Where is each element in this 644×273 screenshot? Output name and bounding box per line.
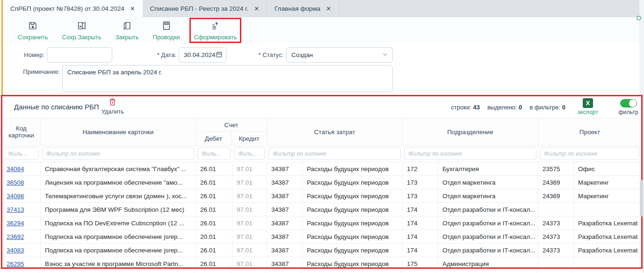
cell-debit: 26.01 xyxy=(196,216,232,230)
cell-card-code[interactable]: 36508 xyxy=(2,176,41,189)
toggle-on-icon[interactable] xyxy=(620,99,637,108)
cell-project-name: Маркетинг xyxy=(574,176,641,189)
cell-cost-name: Расходы будущих периодов xyxy=(303,189,403,202)
cell-credit: 97.01 xyxy=(232,162,267,175)
table-row[interactable]: 37413Программа для ЭВМ WPF Subscription … xyxy=(2,203,641,216)
column-header-code[interactable]: Код карточки xyxy=(2,118,41,145)
cell-project-name xyxy=(574,203,641,216)
table-row[interactable]: 36294Подписка на ПО DevExtreme Cubscript… xyxy=(2,216,641,230)
cell-cost-code: 34387 xyxy=(267,230,303,243)
cell-project-code: 24369 xyxy=(538,176,574,189)
table-row[interactable]: 36508Лицензия на программное обеспечение… xyxy=(2,176,641,189)
date-label: * Дата: xyxy=(147,51,176,58)
panel-title: Данные по списанию РБП xyxy=(14,103,99,111)
card-code-link[interactable]: 36508 xyxy=(7,179,24,186)
tab-label: СпРБП (проект №78428) от 30.04.2024 xyxy=(10,5,124,12)
cell-dept-code: 174 xyxy=(403,244,438,257)
cell-credit: 97.01 xyxy=(232,189,267,202)
calendar-icon[interactable] xyxy=(216,51,223,59)
cell-project-name xyxy=(574,257,641,269)
cell-credit: 97.01 xyxy=(232,257,267,269)
tab-sprbp-document[interactable]: СпРБП (проект №78428) от 30.04.2024 ✕ xyxy=(3,0,143,17)
excel-export-button[interactable]: X экспорт xyxy=(578,98,598,115)
calculator-icon xyxy=(161,21,172,32)
cell-cost-name: Расходы будущих периодов xyxy=(303,244,403,257)
cell-cost-name: Расходы будущих периодов xyxy=(303,257,403,269)
cell-card-code[interactable]: 34086 xyxy=(2,189,41,202)
postings-button[interactable]: Проводки xyxy=(153,21,180,41)
card-code-link[interactable]: 34084 xyxy=(7,165,24,172)
save-close-icon xyxy=(77,21,87,32)
column-header-credit[interactable]: Кредит xyxy=(232,132,267,145)
cell-credit: 97.01 xyxy=(232,230,267,243)
trash-icon xyxy=(108,98,117,108)
save-close-button[interactable]: Сохр.Закрыть xyxy=(62,21,101,41)
cell-project-code xyxy=(538,203,574,216)
filter-input-credit[interactable] xyxy=(234,147,265,160)
toolbar-right-clipped-label[interactable]: О xyxy=(636,14,641,22)
delete-button[interactable]: Удалить xyxy=(101,98,124,115)
filter-input-project[interactable] xyxy=(540,147,639,160)
column-header-cost-item[interactable]: Статья затрат xyxy=(267,118,403,145)
cell-dept-code: 173 xyxy=(403,176,438,189)
cell-credit: 97.01 xyxy=(232,216,267,230)
filter-toggle[interactable]: фильтр xyxy=(618,99,638,115)
filter-input-debit[interactable] xyxy=(197,147,231,160)
number-label: Номер: xyxy=(14,51,44,58)
table-row[interactable]: 34084Справочная бухгалтерская система "Г… xyxy=(2,162,641,176)
cell-dept-code: 174 xyxy=(403,230,438,243)
generate-label: Сформировать xyxy=(194,34,237,41)
cell-card-code[interactable]: 36294 xyxy=(2,216,41,230)
cell-dept-code: 173 xyxy=(403,189,438,202)
toolbar: Сохранить Сохр.Закрыть Закрыть Проводки … xyxy=(3,17,639,43)
cell-card-code[interactable]: 34083 xyxy=(2,244,41,257)
tab-main-form[interactable]: Главная форма ✕ xyxy=(267,0,339,17)
column-header-name[interactable]: Наименование карточки xyxy=(41,118,196,145)
cell-card-name: Подписка на ПО DevExtreme Cubscription (… xyxy=(41,216,196,230)
filter-row xyxy=(2,146,641,162)
card-code-link[interactable]: 34083 xyxy=(7,247,24,254)
close-icon[interactable]: ✕ xyxy=(326,5,331,12)
filter-input-cost[interactable] xyxy=(268,147,401,160)
column-header-department[interactable]: Подразделение xyxy=(403,118,538,145)
status-select[interactable]: Создан xyxy=(286,47,393,63)
note-textarea[interactable]: Списание РБП за апрель 2024 г. xyxy=(62,65,393,92)
close-icon[interactable]: ✕ xyxy=(254,5,259,12)
date-input[interactable]: 30.04.2024 xyxy=(179,47,226,63)
cell-cost-code: 34387 xyxy=(267,216,303,230)
cell-card-code[interactable]: 23692 xyxy=(2,230,41,243)
generate-button[interactable]: Сформировать xyxy=(189,18,242,43)
filter-input-name[interactable] xyxy=(42,147,194,160)
cell-card-code[interactable]: 37413 xyxy=(2,203,41,216)
card-code-link[interactable]: 37413 xyxy=(7,206,24,213)
excel-icon: X xyxy=(583,98,593,108)
table-row[interactable]: 23692Подписка на программное обеспечение… xyxy=(2,230,641,244)
cell-cost-code: 34387 xyxy=(267,189,303,202)
table-row[interactable]: 34083Подписка на программное обеспечение… xyxy=(2,244,641,257)
column-header-project[interactable]: Проект xyxy=(538,118,641,145)
card-code-link[interactable]: 23692 xyxy=(7,233,24,240)
table-row[interactable]: 26295Взнос за участие в программе Micros… xyxy=(2,257,641,269)
save-button[interactable]: Сохранить xyxy=(18,21,48,41)
rbp-writeoff-panel: Данные по списанию РБП Удалить строки: 4… xyxy=(1,95,643,269)
table-row[interactable]: 34086Телемаркетинговые услуги связи (дом… xyxy=(2,189,641,203)
card-code-link[interactable]: 36294 xyxy=(7,220,24,227)
tab-bar: СпРБП (проект №78428) от 30.04.2024 ✕ Сп… xyxy=(3,0,639,17)
close-icon[interactable]: ✕ xyxy=(130,5,135,12)
grid-stats: строки: 43 выделено: 0 в фильтре: 0 xyxy=(451,104,565,111)
card-code-link[interactable]: 26295 xyxy=(7,260,24,267)
card-code-link[interactable]: 34086 xyxy=(7,193,24,200)
cell-card-code[interactable]: 34084 xyxy=(2,162,41,175)
filter-input-dept[interactable] xyxy=(404,147,536,160)
filter-input-code[interactable] xyxy=(4,147,39,160)
tab-registry[interactable]: Списание РБП - Реестр за 2024 г. ✕ xyxy=(143,0,267,17)
note-value: Списание РБП за апрель 2024 г. xyxy=(67,69,162,76)
vertical-scrollbar[interactable] xyxy=(640,180,643,216)
column-header-debit[interactable]: Дебет xyxy=(196,132,232,145)
number-input[interactable] xyxy=(47,47,112,63)
cell-card-code[interactable]: 26295 xyxy=(2,257,41,269)
status-value: Создан xyxy=(291,51,313,58)
cell-card-name: Программа для ЭВМ WPF Subscription (12 м… xyxy=(41,203,196,216)
close-document-button[interactable]: Закрыть xyxy=(116,21,139,41)
cell-project-code: 23575 xyxy=(538,162,574,175)
